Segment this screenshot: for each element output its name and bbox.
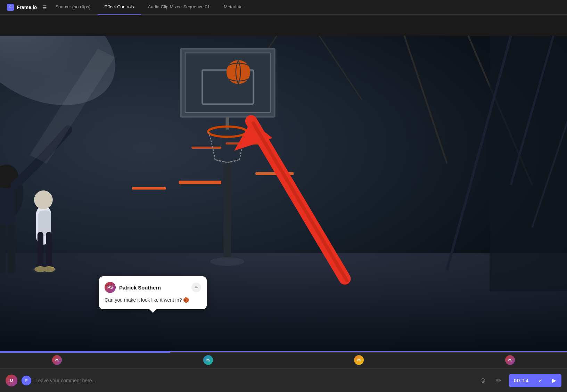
svg-rect-14: [132, 187, 166, 189]
tab-effect-controls[interactable]: Effect Controls: [98, 0, 141, 15]
svg-rect-4: [0, 15, 567, 36]
comment-header: PS Patrick Southern ✏: [105, 282, 201, 293]
comment-input[interactable]: [35, 378, 473, 383]
svg-rect-27: [223, 164, 231, 258]
timeline-avatar-1[interactable]: PS: [52, 355, 62, 365]
svg-rect-15: [179, 181, 222, 184]
timeline-progress: [0, 352, 170, 353]
timeline-avatar-3[interactable]: PS: [354, 355, 364, 365]
draw-button[interactable]: ✏: [493, 375, 505, 386]
svg-rect-17: [191, 147, 221, 149]
video-area: PS Patrick Southern ✏ Can you make it lo…: [0, 15, 567, 351]
brand: F Frame.io: [3, 4, 41, 11]
tab-metadata[interactable]: Metadata: [217, 0, 249, 15]
svg-rect-37: [46, 232, 52, 270]
svg-rect-32: [8, 223, 15, 274]
timeline-avatar-2[interactable]: PS: [203, 355, 213, 365]
commenter-name: Patrick Southern: [119, 285, 161, 291]
comment-bar: U F ☺ ✏ 00:14 ✓ ▶: [0, 368, 567, 392]
comment-edit-button[interactable]: ✏: [191, 283, 201, 292]
brand-icon: F: [7, 4, 14, 11]
brand-name: Frame.io: [17, 5, 37, 10]
timeline-track: [0, 352, 567, 353]
menu-icon[interactable]: ☰: [41, 3, 48, 11]
svg-point-34: [34, 190, 53, 209]
svg-point-26: [227, 60, 250, 84]
svg-rect-36: [38, 232, 43, 270]
comment-user: PS Patrick Southern: [105, 282, 161, 293]
svg-rect-29: [0, 185, 15, 228]
video-scene: [0, 15, 567, 351]
user-avatar: U: [6, 375, 17, 386]
tab-bar: F Frame.io ☰ Source: (no clips) Effect C…: [0, 0, 567, 15]
svg-point-45: [31, 267, 56, 273]
tab-audio-clip-mixer[interactable]: Audio Clip Mixer: Sequence 01: [141, 0, 217, 15]
commenter-avatar: PS: [105, 282, 116, 293]
comment-bubble: PS Patrick Southern ✏ Can you make it lo…: [99, 276, 207, 309]
comment-text: Can you make it look like it went in? 🏀: [105, 296, 201, 304]
emoji-button[interactable]: ☺: [477, 375, 489, 386]
timeline-bar: PS PS PS PS: [0, 351, 567, 368]
svg-rect-9: [0, 253, 567, 351]
timeline-avatar-4[interactable]: PS: [505, 355, 515, 365]
check-button[interactable]: ✓: [534, 374, 547, 387]
svg-rect-31: [0, 223, 6, 274]
frame-icon[interactable]: F: [22, 376, 31, 385]
timecode-button[interactable]: 00:14: [509, 374, 534, 387]
tab-source[interactable]: Source: (no clips): [48, 0, 97, 15]
timeline-avatars: PS PS PS PS: [0, 352, 567, 368]
svg-point-44: [210, 257, 244, 266]
send-button[interactable]: ▶: [547, 374, 561, 387]
timecode-group: 00:14 ✓ ▶: [509, 374, 561, 387]
